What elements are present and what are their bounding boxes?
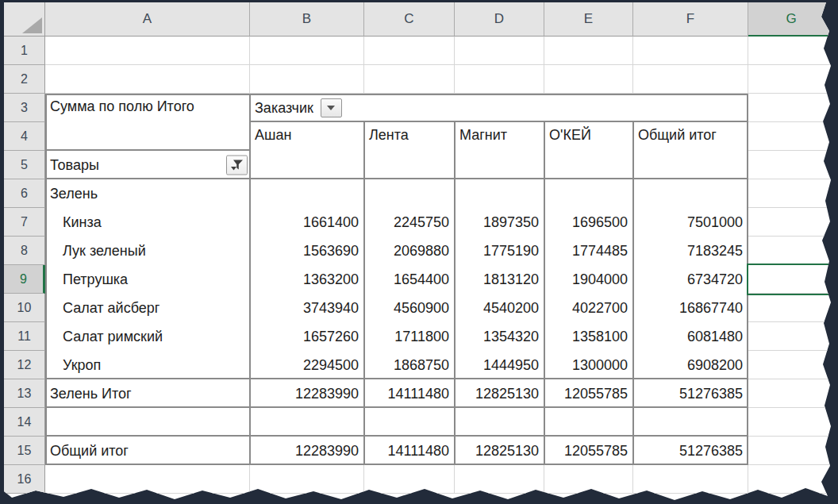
cell-A16[interactable] [45, 465, 250, 494]
cell-D10[interactable]: 4540200 [455, 294, 544, 322]
cell-D11[interactable]: 1354320 [455, 322, 544, 351]
cell-A1[interactable] [45, 37, 250, 65]
cell-D16[interactable] [455, 465, 544, 494]
cell-A8[interactable]: Лук зеленый [45, 237, 250, 265]
cell-E11[interactable]: 1358100 [544, 322, 633, 351]
row-header-6[interactable]: 6 [4, 179, 45, 208]
column-header-B[interactable]: B [250, 2, 364, 37]
cell-F16[interactable] [633, 465, 748, 494]
column-header-E[interactable]: E [544, 2, 633, 37]
row-header-9-selected[interactable]: 9 [4, 265, 45, 294]
cell-G15[interactable] [748, 437, 835, 465]
column-header-A[interactable]: A [45, 2, 250, 37]
cell-F8[interactable]: 7183245 [633, 237, 748, 265]
row-header-16[interactable]: 16 [4, 465, 45, 494]
cell-C8[interactable]: 2069880 [364, 237, 455, 265]
cell-F15[interactable]: 51276385 [633, 437, 748, 465]
cell-G8[interactable] [748, 237, 835, 265]
row-header-15[interactable]: 15 [4, 437, 45, 465]
cell-F9[interactable]: 6734720 [633, 265, 748, 294]
cell-E2[interactable] [544, 65, 633, 94]
column-header-D[interactable]: D [455, 2, 544, 37]
row-header-11[interactable]: 11 [4, 322, 45, 351]
cell-B4-header[interactable]: Ашан [250, 122, 364, 179]
row-header-14[interactable]: 14 [4, 408, 45, 437]
cell-D13[interactable]: 12825130 [455, 379, 544, 408]
cell-B13[interactable]: 12283990 [250, 379, 364, 408]
cell-G14[interactable] [748, 408, 835, 437]
cell-E15[interactable]: 12055785 [544, 437, 633, 465]
cell-B10[interactable]: 3743940 [250, 294, 364, 322]
cell-C10[interactable]: 4560900 [364, 294, 455, 322]
row-header-2[interactable]: 2 [4, 65, 45, 94]
cell-B8[interactable]: 1563690 [250, 237, 364, 265]
cell-A12[interactable]: Укроп [45, 351, 250, 379]
cell-G6[interactable] [748, 179, 835, 208]
cell-E9[interactable]: 1904000 [544, 265, 633, 294]
cell-A10[interactable]: Салат айсберг [45, 294, 250, 322]
cell-C2[interactable] [364, 65, 455, 94]
row-header-1[interactable]: 1 [4, 37, 45, 65]
cell-A15-grand-total[interactable]: Общий итог [45, 437, 250, 465]
cell-E4-header[interactable]: О'КЕЙ [544, 122, 633, 179]
cell-C7[interactable]: 2245750 [364, 208, 455, 237]
cell-C15[interactable]: 14111480 [364, 437, 455, 465]
cell-C11[interactable]: 1711800 [364, 322, 455, 351]
cell-B7[interactable]: 1661400 [250, 208, 364, 237]
cell-E10[interactable]: 4022700 [544, 294, 633, 322]
row-header-4[interactable]: 4 [4, 122, 45, 151]
cell-G1[interactable] [748, 37, 835, 65]
row-header-7[interactable]: 7 [4, 208, 45, 237]
cell-B15[interactable]: 12283990 [250, 437, 364, 465]
cell-A2[interactable] [45, 65, 250, 94]
cell-A9[interactable]: Петрушка [45, 265, 250, 294]
cell-G5[interactable] [748, 151, 835, 179]
cell-F7[interactable]: 7501000 [633, 208, 748, 237]
cell-E12[interactable]: 1300000 [544, 351, 633, 379]
cell-B2[interactable] [250, 65, 364, 94]
cell-D4-header[interactable]: Магнит [455, 122, 544, 179]
row-header-10[interactable]: 10 [4, 294, 45, 322]
cell-D12[interactable]: 1444950 [455, 351, 544, 379]
column-field-dropdown-button[interactable] [321, 98, 342, 117]
cell-E1[interactable] [544, 37, 633, 65]
cell-C4-header[interactable]: Лента [364, 122, 455, 179]
cell-E16[interactable] [544, 465, 633, 494]
cell-D2[interactable] [455, 65, 544, 94]
cell-G12[interactable] [748, 351, 835, 379]
cell-A11[interactable]: Салат римский [45, 322, 250, 351]
cell-G11[interactable] [748, 322, 835, 351]
cell-F13[interactable]: 51276385 [633, 379, 748, 408]
cell-B1[interactable] [250, 37, 364, 65]
row-field-filter-button[interactable] [226, 156, 248, 175]
cell-E8[interactable]: 1774485 [544, 237, 633, 265]
cell-G2[interactable] [748, 65, 835, 94]
cell-G4[interactable] [748, 122, 835, 151]
cell-F11[interactable]: 6081480 [633, 322, 748, 351]
cell-B9[interactable]: 1363200 [250, 265, 364, 294]
cell-C16[interactable] [364, 465, 455, 494]
cell-B11[interactable]: 1657260 [250, 322, 364, 351]
cell-G16[interactable] [748, 465, 835, 494]
cell-G13[interactable] [748, 379, 835, 408]
cell-C9[interactable]: 1654400 [364, 265, 455, 294]
cell-F1[interactable] [633, 37, 748, 65]
cell-C1[interactable] [364, 37, 455, 65]
cell-A3-pivot-value-field[interactable]: Сумма по полю Итого [45, 94, 250, 151]
cell-E13[interactable]: 12055785 [544, 379, 633, 408]
cell-C13[interactable]: 14111480 [364, 379, 455, 408]
row-header-8[interactable]: 8 [4, 237, 45, 265]
cell-G3[interactable] [748, 94, 835, 122]
cell-G7[interactable] [748, 208, 835, 237]
column-header-G-selected[interactable]: G [748, 2, 835, 37]
cell-B3-pivot-column-field[interactable]: Заказчик [250, 94, 748, 122]
cell-D1[interactable] [455, 37, 544, 65]
cell-D9[interactable]: 1813120 [455, 265, 544, 294]
cell-A5-pivot-row-field[interactable]: Товары [45, 151, 250, 179]
row-header-5[interactable]: 5 [4, 151, 45, 179]
column-header-C[interactable]: C [364, 2, 455, 37]
cell-D7[interactable]: 1897350 [455, 208, 544, 237]
row-header-12[interactable]: 12 [4, 351, 45, 379]
cell-A7[interactable]: Кинза [45, 208, 250, 237]
cell-F4-header[interactable]: Общий итог [633, 122, 748, 179]
